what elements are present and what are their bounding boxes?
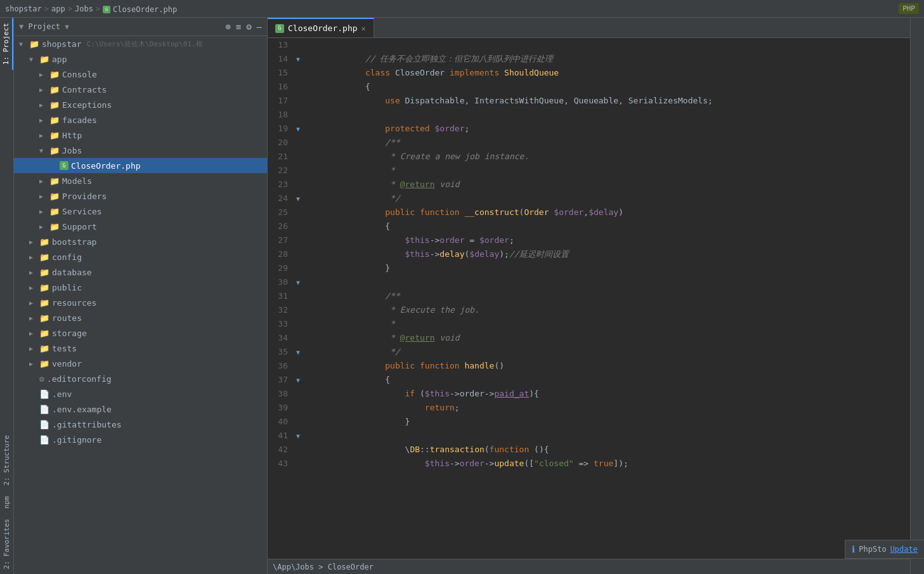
chevron-database: ▶ xyxy=(29,269,37,276)
tree-item-closeorder[interactable]: G CloseOrder.php xyxy=(14,158,267,173)
folder-icon-http: 📁 xyxy=(49,131,60,140)
tree-label-app: app xyxy=(52,55,67,64)
breadcrumb-jobs[interactable]: Jobs xyxy=(75,4,93,13)
tree-item-storage[interactable]: ▶ 📁 storage xyxy=(14,325,267,341)
tree-item-providers[interactable]: ▶ 📁 Providers xyxy=(14,188,267,204)
gutter-34 xyxy=(293,331,303,345)
gutter: ▼ ▼ ▼ ▼ xyxy=(293,38,303,559)
gutter-33 xyxy=(293,317,303,331)
chevron-app: ▼ xyxy=(29,56,37,63)
code-line-29 xyxy=(303,261,910,275)
tree-item-gitattributes[interactable]: 📄 .gitattributes xyxy=(14,417,267,432)
tree-item-support[interactable]: ▶ 📁 Support xyxy=(14,219,267,234)
tree-item-public[interactable]: ▶ 📁 public xyxy=(14,280,267,295)
folder-icon-storage: 📁 xyxy=(39,329,49,338)
menu-icon[interactable]: ≡ xyxy=(236,22,241,32)
tree-label-services: Services xyxy=(62,207,102,216)
tree-item-gitignore[interactable]: 📄 .gitignore xyxy=(14,432,267,447)
tree-item-app[interactable]: ▼ 📁 app xyxy=(14,51,267,67)
tree-item-env[interactable]: 📄 .env xyxy=(14,386,267,401)
notification: ℹ PhpSto Update xyxy=(845,540,924,559)
breadcrumb-file[interactable]: G CloseOrder.php xyxy=(103,4,177,14)
folder-icon-config: 📁 xyxy=(39,252,49,262)
settings-icon[interactable]: ⚙ xyxy=(246,22,251,32)
chevron-resources: ▶ xyxy=(29,299,37,306)
tree-item-http[interactable]: ▶ 📁 Http xyxy=(14,127,267,143)
sidebar-header: ▼ Project ▼ ⊕ ≡ ⚙ — xyxy=(14,18,267,36)
tree-item-console[interactable]: ▶ 📁 Console xyxy=(14,67,267,82)
tree-item-config[interactable]: ▶ 📁 config xyxy=(14,249,267,264)
gutter-41[interactable]: ▼ xyxy=(293,429,303,443)
chevron-console: ▶ xyxy=(39,71,47,78)
env-example-file-icon: 📄 xyxy=(39,405,49,414)
left-tab-npm[interactable]: npm xyxy=(1,491,13,514)
php-file-icon: G xyxy=(60,161,68,170)
left-tab-project[interactable]: 1: Project xyxy=(0,18,13,70)
sidebar-title: ▼ Project ▼ xyxy=(19,22,225,31)
tree-item-database[interactable]: ▶ 📁 database xyxy=(14,264,267,280)
code-container: 13 14 15 16 17 18 19 20 21 22 23 24 25 2… xyxy=(268,38,910,559)
tree-item-models[interactable]: ▶ 📁 Models xyxy=(14,173,267,188)
tree-item-editorconfig[interactable]: ⚙ .editorconfig xyxy=(14,371,267,386)
gutter-32 xyxy=(293,303,303,317)
tree-item-exceptions[interactable]: ▶ 📁 Exceptions xyxy=(14,97,267,112)
tree-item-shopstar[interactable]: ▼ 📁 shopstar C:\Users\佐佐木\Desktop\01.框 xyxy=(14,36,267,51)
left-tab-favorites[interactable]: 2: Favorites xyxy=(1,514,13,574)
tree-label-contracts: Contracts xyxy=(62,85,107,95)
gutter-42 xyxy=(293,443,303,457)
code-line-16: use Dispatchable, InteractsWithQueue, Qu… xyxy=(303,80,910,94)
gutter-39 xyxy=(293,401,303,415)
gutter-21 xyxy=(293,150,303,164)
tree-item-routes[interactable]: ▶ 📁 routes xyxy=(14,310,267,325)
minimize-icon[interactable]: — xyxy=(257,22,262,32)
chevron-public: ▶ xyxy=(29,284,37,291)
tree-item-services[interactable]: ▶ 📁 Services xyxy=(14,204,267,219)
breadcrumb-shopstar[interactable]: shopstar xyxy=(5,4,42,13)
breadcrumb-sep-1: > xyxy=(44,4,49,13)
chevron-jobs: ▼ xyxy=(39,147,47,154)
env-file-icon: 📄 xyxy=(39,389,49,399)
tree-label-shopstar: shopstar xyxy=(42,39,82,49)
chevron-services: ▶ xyxy=(39,208,47,215)
gutter-30[interactable]: ▼ xyxy=(293,275,303,289)
gutter-24[interactable]: ▼ xyxy=(293,192,303,205)
tree-label-storage: storage xyxy=(52,329,87,338)
tree-item-env-example[interactable]: 📄 .env.example xyxy=(14,401,267,417)
chevron-models: ▶ xyxy=(39,178,47,185)
left-tabs: 1: Project 2: Structure npm 2: Favorites xyxy=(0,18,14,574)
tree-item-vendor[interactable]: ▶ 📁 vendor xyxy=(14,356,267,371)
right-side-tabs xyxy=(910,18,924,574)
breadcrumb-app[interactable]: app xyxy=(51,4,65,13)
gutter-31 xyxy=(293,289,303,303)
left-tab-structure[interactable]: 2: Structure xyxy=(1,430,13,490)
breadcrumb: shopstar > app > Jobs > G CloseOrder.php xyxy=(5,4,177,14)
sidebar: ▼ Project ▼ ⊕ ≡ ⚙ — ▼ 📁 shopstar C:\User… xyxy=(14,18,268,574)
gutter-25 xyxy=(293,205,303,219)
add-icon[interactable]: ⊕ xyxy=(225,22,230,32)
code-editor[interactable]: 13 14 15 16 17 18 19 20 21 22 23 24 25 2… xyxy=(268,38,910,559)
gutter-35[interactable]: ▼ xyxy=(293,345,303,359)
chevron-contracts: ▶ xyxy=(39,86,47,93)
gutter-14[interactable]: ▼ xyxy=(293,52,303,66)
sidebar-icons: ⊕ ≡ ⚙ — xyxy=(225,22,262,32)
folder-icon-bootstrap: 📁 xyxy=(39,237,49,247)
tree-item-bootstrap[interactable]: ▶ 📁 bootstrap xyxy=(14,234,267,249)
tree-item-jobs[interactable]: ▼ 📁 Jobs xyxy=(14,143,267,158)
chevron-storage: ▶ xyxy=(29,330,37,337)
folder-icon-exceptions: 📁 xyxy=(49,100,60,110)
tree-label-config: config xyxy=(52,252,82,262)
tree-item-contracts[interactable]: ▶ 📁 Contracts xyxy=(14,82,267,97)
tree-item-facades[interactable]: ▶ 📁 facades xyxy=(14,112,267,127)
gutter-37[interactable]: ▼ xyxy=(293,373,303,387)
tab-close-button[interactable]: ✕ xyxy=(361,24,366,33)
breadcrumb-sep-2: > xyxy=(68,4,72,13)
tab-closeorder[interactable]: G CloseOrder.php ✕ xyxy=(268,18,374,37)
tab-bar: G CloseOrder.php ✕ xyxy=(268,18,910,38)
gutter-29 xyxy=(293,261,303,275)
notification-link[interactable]: Update xyxy=(890,545,918,554)
gutter-19[interactable]: ▼ xyxy=(293,122,303,136)
tree-item-tests[interactable]: ▶ 📁 tests xyxy=(14,341,267,356)
folder-icon-routes: 📁 xyxy=(39,313,49,323)
folder-icon-public: 📁 xyxy=(39,283,49,292)
tree-item-resources[interactable]: ▶ 📁 resources xyxy=(14,295,267,310)
